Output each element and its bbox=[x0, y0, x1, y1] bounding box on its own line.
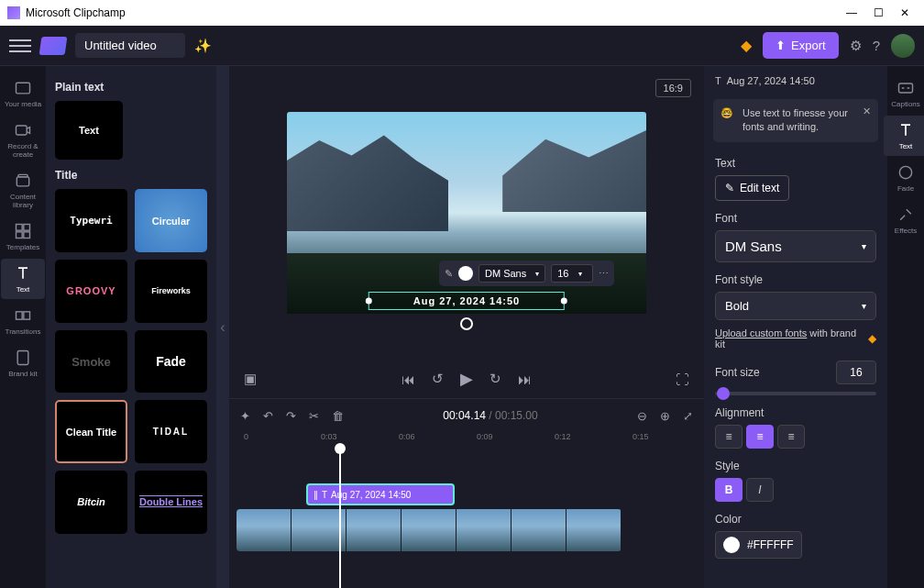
tip-emoji-icon: 🤓 bbox=[720, 106, 733, 120]
play-button[interactable]: ▶ bbox=[460, 369, 473, 389]
nav-record-create[interactable]: Record & create bbox=[1, 116, 45, 164]
nav-your-media[interactable]: Your media bbox=[1, 73, 45, 114]
svg-rect-11 bbox=[899, 83, 913, 93]
nav-content-library[interactable]: Content library bbox=[1, 166, 45, 215]
text-style-bitcin[interactable]: Bitcin bbox=[55, 471, 127, 534]
rotate-handle[interactable] bbox=[460, 317, 473, 330]
left-navigation: Your media Record & create Content libra… bbox=[0, 66, 46, 588]
split-icon[interactable]: ✂ bbox=[309, 409, 319, 423]
align-left-button[interactable]: ≡ bbox=[715, 425, 742, 449]
align-center-button[interactable]: ≡ bbox=[746, 425, 774, 449]
nav-captions[interactable]: Captions bbox=[884, 73, 924, 114]
export-button[interactable]: ⬆ Export bbox=[763, 32, 839, 59]
top-toolbar: ✨ ◆ ⬆ Export ⚙ ? bbox=[0, 26, 924, 66]
text-overlay[interactable]: Aug 27, 2024 14:50 bbox=[368, 292, 565, 310]
align-right-button[interactable]: ≡ bbox=[777, 425, 805, 449]
timeline-tracks[interactable]: ‖ T Aug 27, 2024 14:50 bbox=[229, 449, 704, 588]
more-options-icon[interactable]: ⋯ bbox=[599, 268, 609, 280]
text-clip[interactable]: ‖ T Aug 27, 2024 14:50 bbox=[306, 483, 455, 505]
fullscreen-icon[interactable]: ⛶ bbox=[676, 372, 689, 387]
text-effects-panel: Plain text Text Title Typewri Circular G… bbox=[46, 66, 216, 588]
selected-text-header: Aug 27, 2024 14:50 bbox=[727, 75, 815, 86]
text-style-circular[interactable]: Circular bbox=[135, 189, 207, 252]
text-style-double-lines[interactable]: Double Lines bbox=[135, 471, 207, 534]
app-logo-icon bbox=[7, 6, 20, 19]
nav-text[interactable]: Text bbox=[1, 259, 45, 299]
font-size-label: Font size bbox=[715, 366, 760, 379]
tip-close-button[interactable]: ✕ bbox=[863, 105, 871, 118]
menu-button[interactable] bbox=[9, 35, 31, 57]
pencil-icon: ✎ bbox=[725, 182, 734, 194]
text-style-smoke[interactable]: Smoke bbox=[55, 330, 127, 394]
edit-icon[interactable]: ✎ bbox=[445, 268, 453, 280]
nav-effects[interactable]: Effects bbox=[884, 200, 924, 240]
font-size-input[interactable] bbox=[836, 361, 876, 384]
redo-icon[interactable]: ↷ bbox=[286, 409, 296, 423]
color-value: #FFFFFF bbox=[747, 538, 794, 551]
maximize-button[interactable]: ☐ bbox=[874, 6, 884, 19]
fit-icon[interactable]: ⤢ bbox=[683, 409, 693, 423]
project-title-input[interactable] bbox=[75, 33, 185, 58]
panel-resize-handle[interactable]: ‹ bbox=[216, 66, 229, 588]
minimize-button[interactable]: — bbox=[846, 6, 857, 19]
playhead[interactable] bbox=[339, 449, 341, 588]
premium-icon[interactable]: ◆ bbox=[741, 37, 752, 54]
upload-fonts-link[interactable]: Upload custom fonts with brand kit bbox=[715, 327, 868, 349]
rewind-icon[interactable]: ↺ bbox=[432, 371, 444, 387]
help-icon[interactable]: ? bbox=[873, 38, 880, 53]
premium-icon: ◆ bbox=[868, 332, 876, 345]
svg-rect-0 bbox=[16, 83, 30, 94]
svg-rect-3 bbox=[18, 174, 28, 177]
auto-icon[interactable]: ✦ bbox=[240, 409, 250, 423]
font-size-slider[interactable] bbox=[715, 392, 876, 395]
right-navigation: Captions Text Fade Effects bbox=[887, 66, 924, 588]
text-style-groovy[interactable]: GROOVY bbox=[55, 260, 127, 323]
undo-icon[interactable]: ↶ bbox=[263, 409, 273, 423]
color-label: Color bbox=[715, 513, 876, 526]
text-style-plain[interactable]: Text bbox=[55, 101, 123, 160]
svg-rect-7 bbox=[24, 232, 30, 239]
skip-end-icon[interactable]: ⏭ bbox=[518, 372, 532, 387]
color-picker[interactable]: #FFFFFF bbox=[715, 531, 802, 559]
text-color-swatch[interactable] bbox=[458, 266, 473, 281]
zoom-in-icon[interactable]: ⊕ bbox=[660, 409, 670, 423]
trash-icon[interactable]: 🗑 bbox=[332, 409, 344, 423]
skip-start-icon[interactable]: ⏮ bbox=[402, 372, 415, 387]
close-button[interactable]: ✕ bbox=[900, 6, 909, 19]
bold-button[interactable]: B bbox=[715, 478, 742, 502]
nav-text-props[interactable]: Text bbox=[884, 116, 924, 156]
text-style-fade[interactable]: Fade bbox=[135, 330, 207, 394]
text-style-fireworks[interactable]: Fireworks bbox=[135, 260, 207, 323]
preview-area: 16:9 Aug 27, 2024 14:50 ✎ DM Sans▾ 16▾ ⋯ bbox=[229, 66, 704, 360]
safe-zones-icon[interactable]: ▣ bbox=[244, 371, 257, 387]
text-style-tidal[interactable]: TIDAL bbox=[135, 400, 207, 463]
svg-rect-5 bbox=[24, 225, 30, 231]
font-dropdown-mini[interactable]: DM Sans▾ bbox=[478, 264, 545, 283]
svg-rect-8 bbox=[16, 312, 23, 319]
italic-button[interactable]: I bbox=[746, 478, 774, 502]
nav-transitions[interactable]: Transitions bbox=[1, 301, 45, 341]
zoom-out-icon[interactable]: ⊖ bbox=[637, 409, 647, 423]
section-title: Title bbox=[55, 169, 207, 182]
nav-brand-kit[interactable]: Brand kit bbox=[1, 343, 45, 383]
text-style-clean-title[interactable]: Clean Title bbox=[55, 400, 127, 463]
font-size-dropdown-mini[interactable]: 16▾ bbox=[551, 264, 593, 283]
text-header-icon: T bbox=[715, 75, 721, 86]
video-preview[interactable]: Aug 27, 2024 14:50 ✎ DM Sans▾ 16▾ ⋯ bbox=[287, 112, 646, 314]
user-avatar[interactable] bbox=[891, 34, 915, 58]
timeline-ruler[interactable]: 0 0:03 0:06 0:09 0:12 0:15 bbox=[229, 432, 704, 449]
video-clip[interactable] bbox=[236, 509, 622, 551]
magic-wand-icon[interactable]: ✨ bbox=[194, 38, 212, 54]
project-icon bbox=[39, 37, 68, 55]
nav-fade[interactable]: Fade bbox=[884, 158, 924, 198]
svg-rect-9 bbox=[24, 312, 30, 319]
nav-templates[interactable]: Templates bbox=[1, 216, 45, 257]
settings-icon[interactable]: ⚙ bbox=[850, 38, 862, 54]
forward-icon[interactable]: ↻ bbox=[490, 371, 501, 387]
font-select[interactable]: DM Sans ▾ bbox=[715, 230, 876, 262]
text-style-typewriter[interactable]: Typewri bbox=[55, 189, 127, 252]
aspect-ratio-badge[interactable]: 16:9 bbox=[655, 79, 691, 97]
edit-text-button[interactable]: ✎ Edit text bbox=[715, 175, 789, 201]
clip-handle-icon: ‖ bbox=[314, 490, 318, 500]
font-style-select[interactable]: Bold ▾ bbox=[715, 292, 876, 320]
